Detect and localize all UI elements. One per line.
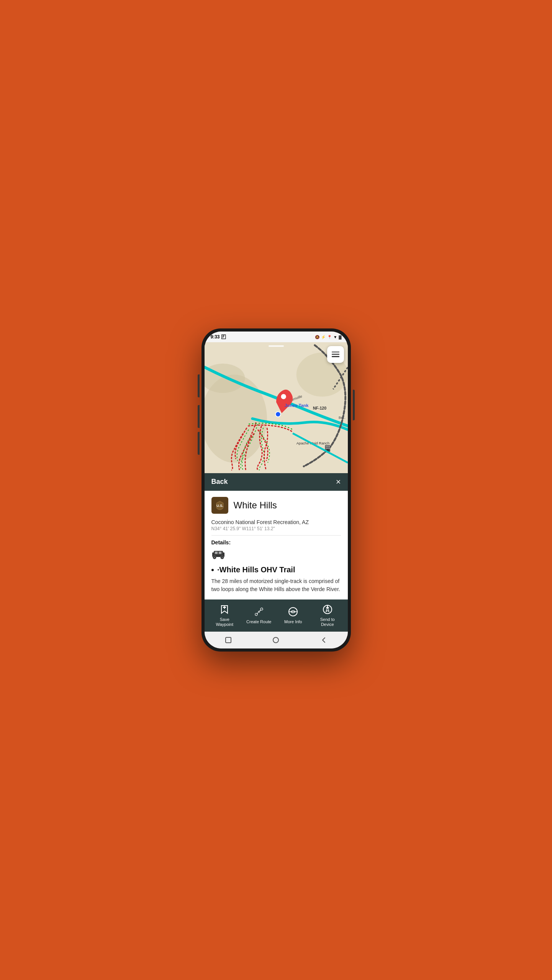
svg-point-12 xyxy=(281,394,286,399)
trail-name: ·White Hills OHV Trail xyxy=(211,565,341,574)
bottom-sheet: Back × U.S. White Hills Coco xyxy=(205,473,348,632)
battery-icon: ▓ xyxy=(339,335,341,339)
wifi-icon: ▼ xyxy=(333,335,337,339)
save-waypoint-icon xyxy=(218,603,231,616)
bluetooth-icon: ⚡ xyxy=(321,335,326,339)
svg-rect-16 xyxy=(332,354,339,355)
svg-rect-15 xyxy=(332,356,339,357)
status-left: 9:33 🄵 xyxy=(211,334,226,340)
back-button[interactable]: Back xyxy=(211,478,228,486)
svg-rect-10 xyxy=(329,448,330,449)
more-info-button[interactable]: More Info xyxy=(279,606,307,624)
more-info-icon xyxy=(287,606,299,618)
svg-rect-8 xyxy=(326,448,327,449)
map-area[interactable]: Cornville NF-120 Apache Maid Ranch xyxy=(205,342,348,473)
usfs-logo: U.S. xyxy=(211,497,228,514)
svg-rect-35 xyxy=(226,637,231,643)
layer-button[interactable] xyxy=(327,346,344,363)
map-label-nf120: NF-120 xyxy=(313,406,326,410)
details-label: Details: xyxy=(211,539,341,546)
svg-point-25 xyxy=(214,557,215,558)
create-route-button[interactable]: Create Route xyxy=(245,606,273,624)
sheet-content: U.S. White Hills Coconino National Fores… xyxy=(205,491,348,599)
bullet-dot xyxy=(211,569,214,571)
vehicle-icon xyxy=(211,549,341,562)
more-info-label: More Info xyxy=(284,619,302,624)
map-svg: Cornville NF-120 Apache Maid Ranch xyxy=(205,342,348,473)
status-bar: 9:33 🄵 🔕 ⚡ 📍 ▼ ▓ xyxy=(205,332,348,342)
create-route-label: Create Route xyxy=(246,619,271,624)
phone-screen: 9:33 🄵 🔕 ⚡ 📍 ▼ ▓ xyxy=(205,332,348,648)
mute-icon: 🔕 xyxy=(315,335,319,339)
svg-rect-7 xyxy=(329,446,330,447)
place-coords: N34° 41' 25.9" W111° 51' 13.2" xyxy=(211,526,341,536)
drag-indicator xyxy=(269,345,284,347)
time-display: 9:33 xyxy=(211,334,220,340)
close-button[interactable]: × xyxy=(336,478,341,486)
location-icon: 📍 xyxy=(327,335,332,339)
nav-back-button[interactable] xyxy=(320,637,327,644)
place-subtitle: Coconino National Forest Recreation, AZ xyxy=(211,519,341,525)
place-header: U.S. White Hills xyxy=(211,497,341,514)
bottom-toolbar: SaveWaypoint Create Route xyxy=(205,599,348,632)
phone-frame: 9:33 🄵 🔕 ⚡ 📍 ▼ ▓ xyxy=(201,328,351,652)
svg-rect-9 xyxy=(327,448,328,449)
place-name: White Hills xyxy=(234,500,277,511)
nav-circle-button[interactable] xyxy=(272,637,279,644)
send-to-device-label: Send toDevice xyxy=(320,617,335,627)
status-right: 🔕 ⚡ 📍 ▼ ▓ xyxy=(315,335,341,339)
create-route-icon xyxy=(253,606,265,618)
svg-rect-21 xyxy=(215,552,218,554)
svg-text:U.S.: U.S. xyxy=(216,504,223,508)
svg-rect-6 xyxy=(327,446,328,447)
svg-rect-28 xyxy=(223,607,226,607)
svg-point-13 xyxy=(275,412,280,416)
svg-point-26 xyxy=(221,557,223,558)
svg-rect-17 xyxy=(332,351,339,353)
trail-desc: The 28 miles of motorized single-track i… xyxy=(211,577,341,593)
svg-point-36 xyxy=(273,637,278,643)
save-waypoint-button[interactable]: SaveWaypoint xyxy=(211,603,238,627)
save-waypoint-label: SaveWaypoint xyxy=(216,617,233,627)
send-to-device-button[interactable]: Send toDevice xyxy=(314,603,341,627)
svg-rect-5 xyxy=(326,446,327,447)
svg-point-30 xyxy=(260,608,263,610)
nav-bar xyxy=(205,632,348,648)
send-to-device-icon xyxy=(321,603,334,616)
svg-rect-22 xyxy=(219,552,221,554)
signal-icon: 🄵 xyxy=(221,335,226,339)
map-label-jones-tank: Jones Tank xyxy=(285,403,309,408)
sheet-header: Back × xyxy=(205,473,348,491)
nav-square-button[interactable] xyxy=(225,637,232,644)
map-label-be: Be... xyxy=(339,416,346,420)
